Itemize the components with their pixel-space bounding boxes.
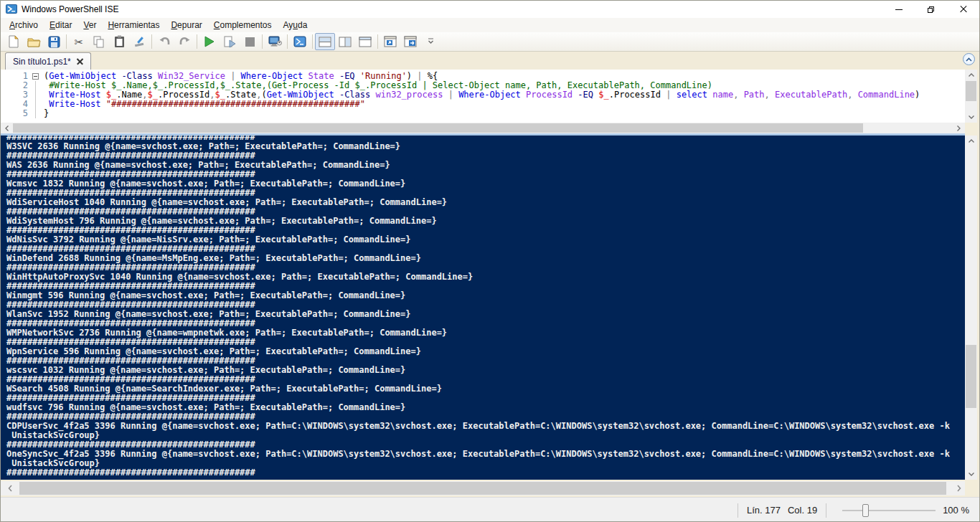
window-arrow-right-icon [404, 36, 417, 47]
menu-complementos[interactable]: Complementos [208, 19, 278, 32]
run-script-button[interactable] [199, 33, 220, 50]
scroll-left-icon[interactable] [4, 481, 16, 495]
clear-console-pane-button[interactable] [129, 33, 149, 50]
scroll-up-icon[interactable] [965, 136, 977, 146]
tabstrip: Sin título1.ps1* [1, 52, 979, 70]
scroll-left-icon[interactable] [1, 123, 13, 133]
toolbar-separator [197, 34, 197, 49]
console-vscroll-thumb[interactable] [966, 345, 976, 408]
restore-icon [928, 6, 934, 13]
layout-top-icon [319, 37, 331, 47]
console-output: ########################################… [6, 136, 962, 478]
editor-hscroll-thumb[interactable] [13, 123, 863, 133]
menubar: ArchivoEditarVerHerramientasDepurarCompl… [1, 18, 979, 32]
zoom-slider-thumb[interactable] [862, 504, 869, 517]
script-pane-up-button[interactable] [380, 33, 400, 50]
toolbar-overflow-button[interactable] [420, 33, 440, 50]
window-arrow-up-icon [384, 36, 397, 47]
new-remote-powershell-tab-button[interactable] [265, 33, 285, 50]
redo-icon [179, 37, 191, 47]
titlebar: Windows PowerShell ISE [1, 1, 979, 18]
run-selection-button[interactable] [220, 33, 240, 50]
stop-operation-button[interactable] [240, 33, 260, 50]
new-file-icon [8, 35, 19, 48]
layout-right-icon [339, 37, 352, 47]
show-script-pane-right-button[interactable] [335, 33, 355, 50]
console-hscroll-thumb[interactable] [19, 482, 946, 495]
console-horizontal-scrollbar[interactable] [1, 481, 965, 495]
minimize-icon [895, 9, 903, 10]
show-script-pane-top-button[interactable] [315, 33, 335, 50]
toolbar-separator [377, 34, 378, 49]
new-script-button[interactable] [4, 33, 24, 50]
editor-vscroll-thumb[interactable] [966, 81, 976, 101]
save-script-button[interactable] [44, 33, 64, 50]
statusbar: Lín. 177 Col. 19 100 % [1, 497, 979, 522]
zoom-slider[interactable] [842, 504, 936, 517]
run-icon [204, 36, 215, 47]
menu-ayuda[interactable]: Ayuda [278, 19, 314, 32]
menu-archivo[interactable]: Archivo [4, 19, 44, 32]
toolbar-separator [287, 34, 288, 49]
show-script-pane-maximized-button[interactable] [355, 33, 375, 50]
restore-button[interactable] [915, 1, 947, 18]
undo-icon [159, 37, 171, 47]
undo-button[interactable] [154, 33, 174, 50]
script-pane-right-button[interactable] [400, 33, 420, 50]
paste-button[interactable] [109, 33, 129, 50]
editor-horizontal-scrollbar[interactable] [1, 123, 965, 133]
zoom-slider-track [842, 510, 936, 511]
collapse-script-pane-button[interactable] [963, 53, 975, 65]
start-powershell-exe-button[interactable] [290, 33, 310, 50]
toolbar-separator [66, 34, 67, 49]
editor-vertical-scrollbar[interactable] [965, 70, 977, 123]
line-number-gutter: 12345 [1, 72, 28, 118]
open-script-button[interactable] [24, 33, 44, 50]
close-icon [960, 6, 967, 13]
stop-icon [245, 37, 255, 47]
powershell-ise-window: Windows PowerShell ISE ArchivoEditarVerH… [0, 0, 980, 522]
chevron-up-icon [966, 57, 972, 62]
console-vertical-scrollbar[interactable] [965, 136, 977, 480]
squeegee-icon [133, 36, 146, 48]
save-icon [48, 36, 60, 48]
run-selection-icon [224, 36, 236, 48]
script-editor[interactable]: 12345 (Get-WmiObject -Class Win32_Servic… [1, 70, 965, 123]
code-area[interactable]: (Get-WmiObject -Class Win32_Service | Wh… [44, 72, 952, 118]
fold-collapse-icon[interactable] [32, 73, 39, 80]
remote-computer-icon [268, 36, 282, 47]
toolbar-separator [312, 34, 313, 49]
overflow-chevron-icon [428, 38, 434, 45]
tab-close-icon[interactable] [77, 58, 83, 65]
statusbar-separator [738, 503, 738, 518]
menu-ver[interactable]: Ver [77, 19, 102, 32]
window-title: Windows PowerShell ISE [22, 4, 118, 14]
scroll-right-icon[interactable] [953, 481, 965, 495]
scroll-down-icon[interactable] [965, 112, 977, 123]
scroll-down-icon[interactable] [965, 469, 977, 480]
minimize-button[interactable] [882, 1, 915, 18]
powershell-app-icon [6, 4, 17, 14]
copy-button[interactable] [89, 33, 109, 50]
fold-column [32, 72, 42, 123]
menu-depurar[interactable]: Depurar [165, 19, 207, 32]
tab-label: Sin título1.ps1* [13, 57, 71, 67]
fold-guide-line [35, 81, 36, 118]
zoom-level: 100 % [943, 505, 969, 516]
close-button[interactable] [947, 1, 979, 18]
scroll-up-icon[interactable] [965, 70, 977, 80]
console-pane[interactable]: ########################################… [1, 136, 965, 480]
layout-maximized-icon [359, 37, 372, 47]
copy-icon [93, 36, 105, 48]
tab-untitled1[interactable]: Sin título1.ps1* [5, 52, 91, 70]
scroll-right-icon[interactable] [953, 123, 965, 133]
powershell-console-icon [293, 36, 306, 47]
toolbar: ✂ [1, 32, 979, 52]
redo-button[interactable] [174, 33, 194, 50]
menu-editar[interactable]: Editar [44, 19, 77, 32]
statusbar-separator [826, 503, 826, 518]
menu-herramientas[interactable]: Herramientas [102, 19, 165, 32]
cut-button[interactable]: ✂ [69, 33, 89, 50]
status-column-number: Col. 19 [788, 505, 817, 516]
toolbar-separator [262, 34, 263, 49]
